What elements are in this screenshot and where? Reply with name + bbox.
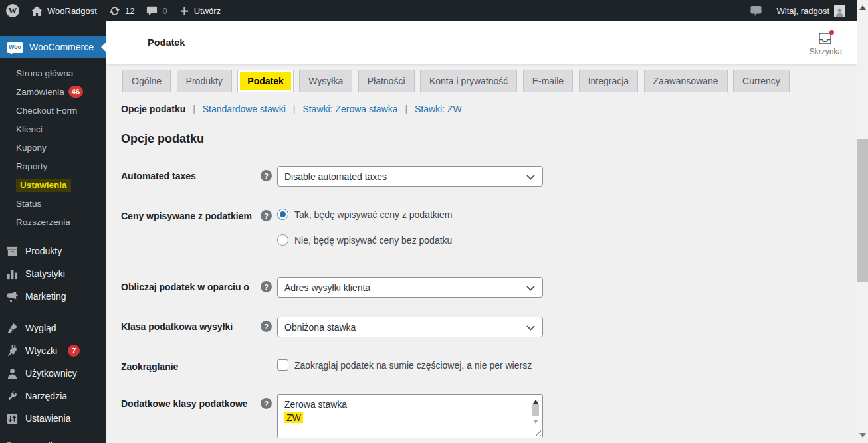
updates-link[interactable]: 12 (103, 0, 140, 21)
sidebar-item-raporty[interactable]: Raporty (0, 157, 106, 176)
automated-taxes-select[interactable]: Disable automated taxes (277, 166, 543, 187)
help-icon[interactable]: ? (261, 170, 272, 181)
scroll-down-arrow-icon[interactable] (533, 420, 538, 426)
tab-currency[interactable]: Currency (733, 70, 790, 92)
sidebar-item-checkout-form[interactable]: Checkout Form (0, 102, 106, 120)
inbox-button[interactable]: Skrzynka (810, 29, 842, 56)
radio-unselected-icon[interactable] (277, 234, 288, 246)
tab-platnosci[interactable]: Płatności (358, 70, 415, 92)
scroll-up-arrow-icon[interactable] (859, 5, 866, 10)
checkbox-label: Zaokrąglaj podatek na sumie częściowej, … (294, 360, 532, 371)
row-additional-tax-classes: Dodatkowe klasy podatkowe ? Zerowa stawk… (121, 394, 857, 438)
sidebar-item-status[interactable]: Status (0, 195, 106, 213)
wrench-icon (6, 390, 19, 402)
page-header: Podatek Skrzynka (106, 21, 857, 64)
submenu-label: Checkout Form (16, 106, 77, 116)
avatar (834, 5, 845, 17)
field-label: Zaokrąglanie (121, 357, 261, 373)
site-name-link[interactable]: WooRadgost (25, 0, 103, 21)
tab-ogolne[interactable]: Ogólne (122, 70, 171, 92)
wordpress-logo-icon: W (6, 4, 19, 17)
radio-label: Nie, będę wpisywać ceny bez podatku (294, 235, 452, 246)
new-content-button[interactable]: Utwórz (173, 0, 227, 21)
sidebar-item-ustawienia-wp[interactable]: Ustawienia (0, 407, 106, 430)
tab-podatek-active[interactable]: Podatek (237, 70, 293, 92)
subnav-stawki-zerowa[interactable]: Stawki: Zerowa stawka (302, 104, 397, 114)
scroll-thumb[interactable] (532, 404, 539, 416)
chevron-down-icon (526, 175, 535, 180)
tab-emaile[interactable]: E-maile (523, 70, 573, 92)
window-scrollbar[interactable] (857, 0, 868, 443)
sidebar-item-wp-file-manager[interactable]: WP File M (0, 435, 106, 443)
tab-wysylka[interactable]: Wysyłka (299, 70, 352, 92)
tab-integracja[interactable]: Integracja (579, 70, 638, 92)
sidebar-item-kupony[interactable]: Kupony (0, 139, 106, 157)
help-icon[interactable]: ? (261, 281, 272, 292)
scroll-down-arrow-icon[interactable] (859, 433, 866, 438)
tab-konta-i-prywatnosc[interactable]: Konta i prywatność (420, 70, 517, 92)
radio-option-tax-inclusive[interactable]: Tak, będę wpisywać ceny z podatkiem (277, 209, 452, 220)
settings-sliders-icon (6, 412, 19, 425)
admin-sidebar: Woo WooCommerce Strona główna Zamówienia… (0, 21, 106, 443)
highlighted-submenu-label: Ustawienia (16, 179, 71, 192)
radio-selected-icon[interactable] (277, 209, 288, 220)
sidebar-item-produkty[interactable]: Produkty (0, 240, 106, 262)
tab-zaawansowane[interactable]: Zaawansowane (644, 70, 728, 92)
prices-radio-group: Tak, będę wpisywać ceny z podatkiem Nie,… (277, 206, 452, 246)
sidebar-item-narzedzia[interactable]: Narzędzia (0, 385, 106, 407)
tax-based-on-select[interactable]: Adres wysyłki klienta (277, 277, 543, 298)
sidebar-item-statystyki[interactable]: Statystyki (0, 262, 106, 285)
settings-tab-bar: Ogólne Produkty Podatek Wysyłka Płatnośc… (106, 70, 857, 92)
account-menu[interactable]: Witaj, radgost (771, 0, 851, 21)
updates-icon (109, 5, 120, 17)
rounding-checkbox-option[interactable]: Zaokrąglaj podatek na sumie częściowej, … (277, 357, 532, 371)
field-label: Automated taxes (121, 166, 261, 182)
scroll-up-arrow-icon[interactable] (533, 397, 538, 404)
submenu-label: Status (16, 199, 41, 209)
subnav-standardowe-stawki[interactable]: Standardowe stawki (203, 104, 286, 114)
sidebar-item-strona-glowna[interactable]: Strona główna (0, 64, 106, 83)
order-count-badge: 46 (68, 86, 83, 98)
products-box-icon (6, 245, 19, 258)
subnav-stawki-zw[interactable]: Stawki: ZW (415, 104, 462, 114)
select-value: Obniżona stawka (284, 322, 356, 333)
sidebar-item-woocommerce[interactable]: Woo WooCommerce (0, 36, 106, 58)
textarea-line: ZW (284, 411, 525, 424)
scroll-thumb[interactable] (857, 139, 868, 282)
submenu-label: Strona główna (16, 68, 73, 78)
main-content: Podatek Skrzynka Ogólne Produkty Podatek… (106, 21, 857, 443)
sidebar-item-rozszerzenia[interactable]: Rozszerzenia (0, 213, 106, 232)
sidebar-item-ustawienia-wc-current[interactable]: Ustawienia (0, 176, 106, 195)
sidebar-item-zamowienia[interactable]: Zamówienia46 (0, 83, 106, 102)
greeting-text: Witaj, radgost (777, 6, 829, 16)
wordpress-menu-button[interactable]: W (0, 0, 25, 21)
help-icon[interactable]: ? (261, 210, 272, 221)
help-icon[interactable]: ? (261, 398, 272, 409)
subnav-separator: | (293, 104, 296, 114)
additional-tax-classes-textarea[interactable]: Zerowa stawka ZW (277, 394, 543, 438)
checkbox-unchecked-icon[interactable] (277, 359, 288, 371)
comment-count: 0 (162, 6, 167, 16)
tab-produkty[interactable]: Produkty (177, 70, 232, 92)
sidebar-item-wyglad[interactable]: Wygląd (0, 317, 106, 339)
field-label: Klasa podatkowa wysyłki (121, 317, 261, 333)
users-icon (6, 367, 19, 380)
shipping-tax-class-select[interactable]: Obniżona stawka (277, 317, 543, 337)
row-tax-based-on: Obliczaj podatek w oparciu o ? Adres wys… (121, 277, 857, 298)
textarea-scrollbar[interactable] (531, 396, 541, 436)
subnav-opcje-podatku[interactable]: Opcje podatku (121, 104, 185, 114)
comments-link[interactable]: 0 (140, 0, 173, 21)
site-name-label: WooRadgost (47, 6, 97, 16)
plus-icon (179, 6, 189, 16)
radio-option-tax-exclusive[interactable]: Nie, będę wpisywać ceny bez podatku (277, 234, 452, 246)
bar-chart-icon (6, 268, 19, 280)
menu-label: Użytkownicy (25, 368, 77, 379)
sidebar-item-klienci[interactable]: Klienci (0, 120, 106, 139)
sidebar-item-wtyczki[interactable]: Wtyczki 7 (0, 339, 106, 362)
chat-notification-button[interactable] (744, 0, 768, 21)
admin-bar: W WooRadgost 12 0 Utwórz Witaj, radgost (0, 0, 857, 21)
sidebar-item-uzytkownicy[interactable]: Użytkownicy (0, 362, 106, 385)
help-icon[interactable]: ? (261, 321, 272, 332)
sidebar-item-marketing[interactable]: Marketing (0, 285, 106, 308)
page-title: Podatek (148, 37, 185, 48)
